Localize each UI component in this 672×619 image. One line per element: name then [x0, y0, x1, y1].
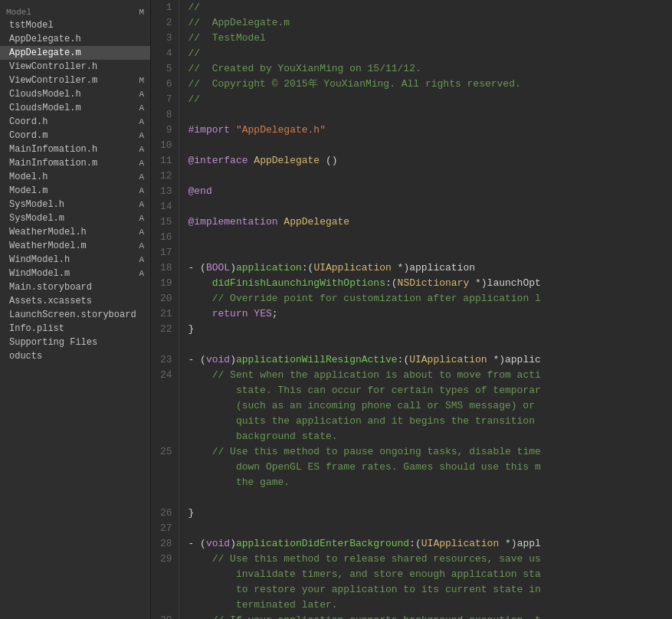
sidebar-item-label-4: ViewController.m [9, 75, 97, 86]
sidebar-item-label-2: AppDelegate.m [9, 47, 81, 58]
sidebar-item-18[interactable]: WindModel.mA [0, 267, 150, 280]
line-number [151, 582, 179, 598]
sidebar-header-label: Model [6, 8, 31, 17]
sidebar-item-label-5: CloudsModel.h [9, 89, 81, 100]
line-number: 29 [151, 552, 179, 567]
line-content: } [179, 506, 672, 521]
sidebar-item-label-15: WeatherModel.h [9, 227, 87, 237]
sidebar-item-15[interactable]: WeatherModel.hA [0, 225, 150, 239]
sidebar-item-7[interactable]: Coord.hA [0, 115, 150, 129]
sidebar-item-badge-6: A [139, 103, 144, 113]
line-content [179, 138, 672, 153]
table-row: 20 // Override point for customization a… [151, 291, 672, 306]
sidebar-item-12[interactable]: Model.mA [0, 184, 150, 198]
line-content [179, 107, 672, 123]
line-content: to restore your application to its curre… [179, 582, 672, 598]
table-row: 16 [151, 230, 672, 245]
sidebar-item-0[interactable]: tstModel [0, 18, 150, 32]
line-number: 22 [151, 322, 179, 337]
line-number [151, 598, 179, 613]
line-number: 23 [151, 352, 179, 368]
line-number: 27 [151, 521, 179, 536]
table-row: 5// Created by YouXianMing on 15/11/12. [151, 61, 672, 77]
sidebar-item-badge-13: A [139, 200, 144, 209]
line-content: quits the application and it begins the … [179, 414, 672, 429]
line-content: background state. [179, 429, 672, 444]
sidebar-item-label-10: MainInfomation.m [9, 158, 97, 169]
sidebar-item-9[interactable]: MainInfomation.hA [0, 142, 150, 156]
line-content: - (void)applicationDidEnterBackground:(U… [179, 536, 672, 552]
line-content: // Use this method to pause ongoing task… [179, 444, 672, 460]
sidebar-item-13[interactable]: SysModel.hA [0, 198, 150, 211]
sidebar-item-14[interactable]: SysModel.mA [0, 211, 150, 225]
line-number: 7 [151, 92, 179, 107]
table-row: 30 // If your application supports backg… [151, 613, 672, 619]
sidebar-item-label-14: SysModel.m [9, 213, 64, 224]
table-row: 17 [151, 245, 672, 260]
line-content: // Sent when the application is about to… [179, 368, 672, 383]
sidebar-item-19[interactable]: Main.storyboard [0, 280, 150, 294]
table-row: 18- (BOOL)application:(UIApplication *)a… [151, 260, 672, 276]
sidebar-item-6[interactable]: CloudsModel.mA [0, 101, 150, 115]
table-row: quits the application and it begins the … [151, 414, 672, 429]
sidebar-item-23[interactable]: Supporting Files [0, 336, 150, 349]
sidebar-item-badge-12: A [139, 186, 144, 195]
sidebar-item-label-24: oducts [9, 351, 42, 362]
sidebar-item-8[interactable]: Coord.mA [0, 129, 150, 142]
table-row: 10 [151, 138, 672, 153]
sidebar-item-11[interactable]: Model.hA [0, 170, 150, 184]
line-number [151, 490, 179, 506]
sidebar-item-20[interactable]: Assets.xcassets [0, 294, 150, 308]
table-row: 2// AppDelegate.m [151, 15, 672, 31]
table-row: 23- (void)applicationWillResignActive:(U… [151, 352, 672, 368]
line-content: // Created by YouXianMing on 15/11/12. [179, 61, 672, 77]
line-number: 15 [151, 215, 179, 230]
sidebar-item-4[interactable]: ViewController.mM [0, 74, 150, 87]
sidebar-item-label-22: Info.plist [9, 323, 64, 334]
line-content [179, 521, 672, 536]
sidebar-header-badge: M [139, 8, 144, 17]
line-content: @end [179, 184, 672, 199]
table-row: (such as an incoming phone call or SMS m… [151, 398, 672, 414]
sidebar-item-10[interactable]: MainInfomation.mA [0, 156, 150, 170]
code-table: 1//2// AppDelegate.m3// TestModel4//5// … [151, 0, 672, 619]
table-row: down OpenGL ES frame rates. Games should… [151, 460, 672, 475]
line-number: 14 [151, 199, 179, 215]
line-number: 16 [151, 230, 179, 245]
table-row: 12 [151, 169, 672, 184]
line-number: 10 [151, 138, 179, 153]
line-content: state. This can occur for certain types … [179, 383, 672, 398]
sidebar-item-label-21: LaunchScreen.storyboard [9, 310, 136, 320]
sidebar-item-3[interactable]: ViewController.h [0, 60, 150, 74]
table-row: 28- (void)applicationDidEnterBackground:… [151, 536, 672, 552]
line-content: @interface AppDelegate () [179, 153, 672, 169]
sidebar-item-label-11: Model.h [9, 172, 48, 182]
sidebar-item-2[interactable]: AppDelegate.m [0, 46, 150, 60]
line-number: 3 [151, 31, 179, 46]
line-content: the game. [179, 475, 672, 490]
line-content [179, 490, 672, 506]
sidebar-item-label-3: ViewController.h [9, 61, 97, 72]
sidebar-item-label-19: Main.storyboard [9, 282, 92, 293]
table-row: 4// [151, 46, 672, 61]
sidebar-item-22[interactable]: Info.plist [0, 322, 150, 336]
line-number: 30 [151, 613, 179, 619]
line-number: 1 [151, 0, 179, 15]
sidebar-item-label-18: WindModel.m [9, 268, 70, 279]
sidebar-item-5[interactable]: CloudsModel.hA [0, 87, 150, 101]
sidebar-item-label-23: Supporting Files [9, 337, 97, 348]
sidebar-header: Model M [0, 6, 150, 18]
sidebar-item-badge-4: M [139, 76, 144, 85]
sidebar-item-badge-10: A [139, 159, 144, 168]
code-area[interactable]: 1//2// AppDelegate.m3// TestModel4//5// … [151, 0, 672, 619]
line-number [151, 414, 179, 429]
table-row: 27 [151, 521, 672, 536]
table-row [151, 490, 672, 506]
sidebar-item-24[interactable]: oducts [0, 349, 150, 363]
sidebar-item-17[interactable]: WindModel.hA [0, 253, 150, 267]
table-row: 22} [151, 322, 672, 337]
sidebar-item-16[interactable]: WeatherModel.mA [0, 239, 150, 253]
line-number [151, 383, 179, 398]
sidebar-item-21[interactable]: LaunchScreen.storyboard [0, 308, 150, 322]
sidebar-item-1[interactable]: AppDelegate.h [0, 32, 150, 46]
